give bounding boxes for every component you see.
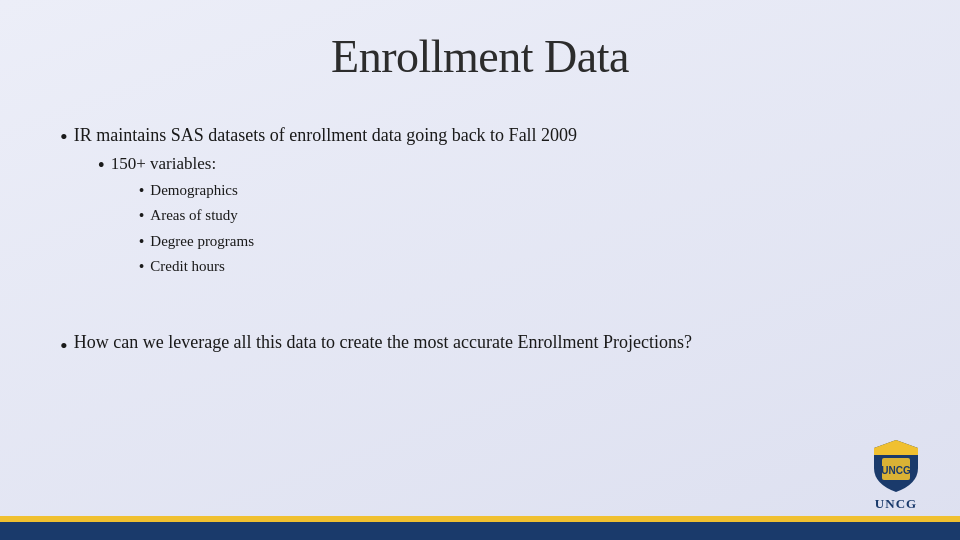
- sub-bullet-dot: •: [98, 152, 105, 178]
- item-credit-hours: • Credit hours: [139, 256, 254, 278]
- slide-content: • IR maintains SAS datasets of enrollmen…: [60, 113, 900, 480]
- item-text-demographics: Demographics: [150, 180, 237, 201]
- item-text-areas: Areas of study: [150, 205, 237, 226]
- footer-bar: [0, 522, 960, 540]
- sub-bullet-variables: • 150+ variables: • Demographics •: [98, 152, 577, 281]
- item-text-credit: Credit hours: [150, 256, 225, 277]
- item-degree-programs: • Degree programs: [139, 231, 254, 253]
- bullet-2-text: How can we leverage all this data to cre…: [74, 332, 692, 353]
- bullet-dot-2: •: [60, 332, 68, 361]
- sub-sub-dot-1: •: [139, 180, 145, 202]
- bullet-dot-1: •: [60, 123, 68, 152]
- bullet-1-text: IR maintains SAS datasets of enrollment …: [74, 125, 577, 145]
- sub-sub-dot-3: •: [139, 231, 145, 253]
- slide: Enrollment Data • IR maintains SAS datas…: [0, 0, 960, 540]
- slide-title: Enrollment Data: [60, 30, 900, 83]
- sub-sub-dot-2: •: [139, 205, 145, 227]
- item-areas-of-study: • Areas of study: [139, 205, 254, 227]
- item-text-degree: Degree programs: [150, 231, 254, 252]
- uncg-shield-icon: UNCG: [872, 438, 920, 494]
- main-bullet-1: • IR maintains SAS datasets of enrollmen…: [60, 123, 900, 284]
- svg-text:UNCG: UNCG: [881, 465, 911, 476]
- item-demographics: • Demographics: [139, 180, 254, 202]
- main-bullet-2: • How can we leverage all this data to c…: [60, 332, 900, 361]
- sub-sub-dot-4: •: [139, 256, 145, 278]
- sub-bullet-text: 150+ variables:: [111, 154, 216, 173]
- bullet-text-1: IR maintains SAS datasets of enrollment …: [74, 123, 577, 284]
- logo-label: UNCG: [875, 496, 917, 512]
- logo-area: UNCG UNCG: [872, 438, 920, 512]
- sub-bullets: • 150+ variables: • Demographics •: [98, 152, 577, 281]
- sub-sub-bullets: • Demographics • Areas of study • Degree…: [139, 180, 254, 279]
